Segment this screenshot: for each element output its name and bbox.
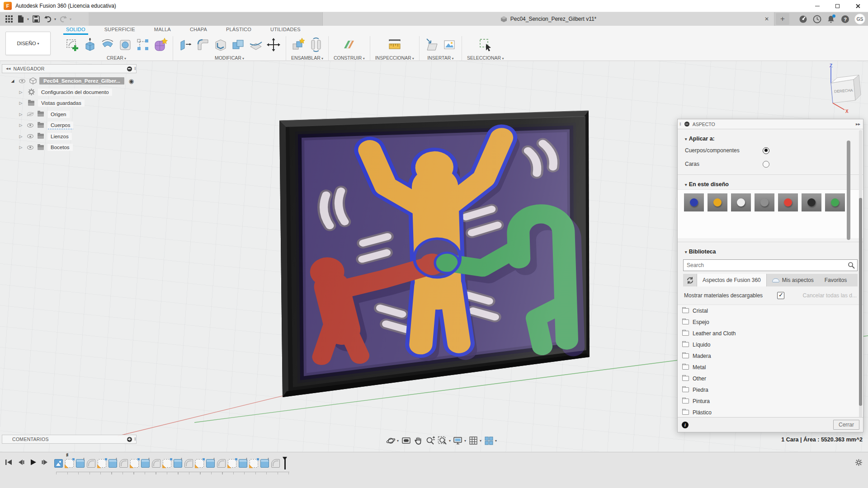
- material-swatch[interactable]: [778, 193, 798, 211]
- expand-arrow-icon[interactable]: [18, 134, 24, 139]
- close-tab-icon[interactable]: [763, 15, 770, 23]
- in-design-section-title[interactable]: En este diseño: [678, 175, 863, 189]
- minimize-button[interactable]: [807, 0, 827, 12]
- expand-arrow-icon[interactable]: [18, 145, 24, 150]
- tree-row-document-settings[interactable]: Configuración del documento: [2, 87, 137, 98]
- visibility-eye-icon[interactable]: [27, 123, 33, 127]
- group-label-construir[interactable]: CONSTRUIR: [334, 55, 365, 61]
- close-dialog-button[interactable]: Cerrar: [833, 420, 859, 430]
- visibility-eye-icon[interactable]: [19, 79, 25, 83]
- collapse-panel-icon[interactable]: [6, 67, 11, 70]
- new-component-icon[interactable]: [291, 38, 306, 52]
- zoom-icon[interactable]: [425, 436, 435, 446]
- library-folder[interactable]: Espejo: [678, 316, 863, 328]
- tree-row-canvases[interactable]: Lienzos: [2, 131, 137, 142]
- file-caret-icon[interactable]: [27, 17, 29, 21]
- add-comment-icon[interactable]: [127, 437, 132, 442]
- material-swatch[interactable]: [755, 193, 774, 211]
- panel-grip[interactable]: [134, 437, 136, 441]
- timeline-feature-extrude[interactable]: [174, 459, 182, 468]
- new-tab-button[interactable]: [776, 13, 789, 25]
- tab-malla[interactable]: MALLA: [151, 26, 174, 34]
- apply-to-section-title[interactable]: Aplicar a:: [678, 129, 863, 144]
- tree-row-saved-views[interactable]: Vistas guardadas: [2, 98, 137, 109]
- show-downloadables-checkbox[interactable]: [777, 292, 784, 299]
- expand-arrow-icon[interactable]: [18, 101, 24, 105]
- list-scrollbar[interactable]: [847, 141, 850, 240]
- timeline-feature-fillet[interactable]: [271, 459, 280, 468]
- panel-grip[interactable]: [134, 66, 136, 71]
- timeline-settings-gear-icon[interactable]: [855, 459, 863, 468]
- tree-row-bodies[interactable]: Cuerpos: [2, 120, 137, 131]
- timeline-feature-sketch[interactable]: [65, 459, 74, 468]
- step-back-button[interactable]: [17, 458, 25, 466]
- material-swatch[interactable]: [731, 193, 751, 211]
- undo-caret-icon[interactable]: [54, 17, 56, 21]
- grid-settings-icon[interactable]: [468, 436, 478, 446]
- create-sketch-icon[interactable]: [65, 38, 80, 52]
- material-swatch[interactable]: [684, 193, 704, 211]
- tab-plastico[interactable]: PLÁSTICO: [223, 26, 254, 34]
- tree-row-root[interactable]: Pec04_Sencion_Perez_Gilber...: [2, 75, 137, 87]
- revolve-icon[interactable]: [100, 38, 115, 52]
- refresh-icon[interactable]: [683, 274, 697, 286]
- panel-scrollbar[interactable]: [859, 130, 862, 429]
- tree-item-label[interactable]: Bocetos: [47, 144, 73, 151]
- pattern-icon[interactable]: [136, 38, 150, 52]
- library-folder[interactable]: Metal: [678, 361, 863, 373]
- go-to-start-button[interactable]: [5, 458, 13, 466]
- library-folder[interactable]: Madera: [678, 350, 863, 361]
- tree-item-label[interactable]: Origen: [47, 111, 70, 118]
- info-icon[interactable]: [682, 422, 689, 428]
- timeline-feature-extrude[interactable]: [206, 459, 215, 468]
- aspect-dialog-header[interactable]: ASPECTO: [678, 119, 863, 129]
- timeline-feature-fillet[interactable]: [184, 459, 193, 468]
- timeline-feature-fillet[interactable]: [87, 459, 95, 468]
- timeline-feature-sketch[interactable]: [228, 459, 236, 468]
- search-input[interactable]: [683, 259, 858, 271]
- expand-arrow-icon[interactable]: [10, 79, 15, 83]
- material-swatch[interactable]: [825, 193, 845, 211]
- notifications-icon[interactable]: [826, 14, 835, 23]
- root-component-label[interactable]: Pec04_Sencion_Perez_Gilber...: [39, 77, 124, 84]
- visibility-eye-off-icon[interactable]: [27, 112, 33, 116]
- expand-panel-icon[interactable]: [856, 122, 860, 126]
- create-form-icon[interactable]: [153, 38, 168, 52]
- tree-item-label[interactable]: Lienzos: [47, 133, 72, 140]
- undo-icon[interactable]: [43, 14, 52, 23]
- radio-bodies-components[interactable]: [763, 147, 769, 154]
- file-menu-icon[interactable]: [16, 14, 25, 23]
- material-swatch[interactable]: [708, 193, 727, 211]
- fit-caret-icon[interactable]: [449, 439, 451, 443]
- timeline-feature-sketch[interactable]: [250, 459, 258, 468]
- group-label-crear[interactable]: CREAR: [107, 55, 126, 61]
- split-body-icon[interactable]: [249, 38, 263, 52]
- cylinder-primitive-icon[interactable]: [118, 38, 132, 52]
- timeline-feature-extrude[interactable]: [260, 459, 269, 468]
- display-caret-icon[interactable]: [464, 439, 466, 443]
- tree-item-label[interactable]: Vistas guardadas: [38, 99, 85, 107]
- group-label-seleccionar[interactable]: SELECCIONAR: [467, 55, 504, 61]
- help-icon[interactable]: ?: [840, 14, 849, 23]
- model-glass-front[interactable]: [289, 116, 586, 387]
- option-bodies-components[interactable]: Cuerpos/componentes: [678, 144, 863, 157]
- user-avatar[interactable]: GS: [854, 14, 865, 24]
- job-status-icon[interactable]: [812, 14, 821, 23]
- timeline-feature-sketch[interactable]: [130, 459, 139, 468]
- library-tab-fusion-aspects[interactable]: Aspectos de Fusion 360: [697, 274, 767, 286]
- library-tab-my-aspects[interactable]: Mis aspectos: [767, 274, 819, 286]
- insert-canvas-icon[interactable]: [442, 38, 457, 52]
- tab-solido[interactable]: SOLIDO: [63, 26, 88, 34]
- timeline-position-marker[interactable]: [284, 457, 286, 469]
- tree-row-sketches[interactable]: Bocetos: [2, 142, 137, 153]
- panel-grip[interactable]: [679, 122, 681, 127]
- orbit-caret-icon[interactable]: [397, 439, 399, 443]
- tree-item-label[interactable]: Configuración del documento: [38, 89, 112, 96]
- maximize-button[interactable]: [827, 0, 848, 12]
- library-folder[interactable]: Líquido: [678, 339, 863, 350]
- library-section-title[interactable]: Biblioteca: [678, 242, 863, 257]
- visibility-eye-icon[interactable]: [27, 134, 33, 138]
- material-swatch[interactable]: [802, 193, 821, 211]
- minimize-panel-icon[interactable]: [127, 66, 132, 71]
- timeline-feature-extrude[interactable]: [76, 459, 85, 468]
